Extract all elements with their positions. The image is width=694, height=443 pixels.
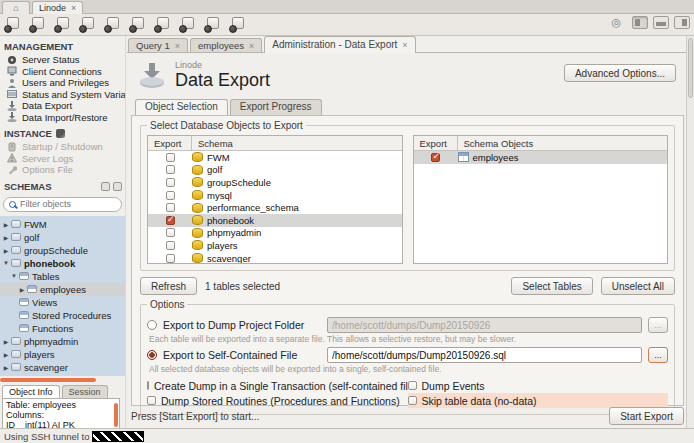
table-row[interactable]: phpmyadmin	[148, 227, 402, 240]
browse-folder-button[interactable]: ...	[648, 317, 668, 333]
export-checkbox[interactable]	[166, 178, 175, 187]
tree-item-fwm[interactable]: ▶FWM	[0, 218, 125, 231]
column-header-schema[interactable]: Schema	[192, 138, 233, 149]
tree-item-views[interactable]: Views	[0, 296, 125, 309]
add-function-icon[interactable]	[179, 17, 198, 33]
sidebar-item-data-import[interactable]: Data Import/Restore	[0, 112, 125, 124]
table-row[interactable]: mysql	[148, 189, 402, 202]
connect-database-icon[interactable]	[79, 17, 98, 33]
chevron-down-icon[interactable]: ▼	[10, 273, 18, 279]
chevron-right-icon[interactable]: ▶	[2, 234, 10, 241]
search-icon[interactable]	[204, 17, 223, 33]
refresh-button[interactable]: Refresh	[140, 277, 197, 295]
add-procedure-icon[interactable]	[154, 17, 173, 33]
sidebar-item-client-connections[interactable]: Client Connections	[0, 66, 125, 78]
horizontal-scrollbar[interactable]	[0, 378, 96, 382]
sidebar-item-startup-shutdown[interactable]: Startup / Shutdown	[0, 141, 125, 153]
sidebar-item-users-privileges[interactable]: Users and Privileges	[0, 77, 125, 89]
close-icon[interactable]: ×	[402, 40, 407, 50]
checkbox[interactable]	[408, 381, 417, 390]
export-checkbox-checked[interactable]	[431, 153, 440, 162]
advanced-options-button[interactable]: Advanced Options...	[564, 64, 676, 82]
export-checkbox[interactable]	[166, 203, 175, 212]
new-query-icon[interactable]	[4, 17, 23, 33]
chevron-right-icon[interactable]: ▶	[2, 221, 10, 228]
vertical-scrollbar[interactable]	[114, 403, 118, 427]
toggle-right-panel-icon[interactable]	[674, 16, 690, 29]
export-checkbox[interactable]	[166, 153, 175, 162]
tab-export-progress[interactable]: Export Progress	[230, 99, 322, 115]
tree-item-functions[interactable]: Functions	[0, 322, 125, 335]
add-table-icon[interactable]	[104, 17, 123, 33]
chevron-down-icon[interactable]: ▼	[2, 260, 10, 266]
column-header-schema-objects[interactable]: Schema Objects	[458, 138, 534, 149]
chevron-right-icon[interactable]: ▶	[2, 364, 10, 371]
tab-administration-data-export[interactable]: Administration - Data Export×	[264, 36, 415, 52]
add-view-icon[interactable]	[129, 17, 148, 33]
export-checkbox[interactable]	[166, 191, 175, 200]
table-row[interactable]: performance_schema	[148, 201, 402, 214]
table-row-selected[interactable]: employees	[414, 151, 668, 164]
create-schema-icon[interactable]	[54, 17, 73, 33]
open-script-icon[interactable]	[29, 17, 48, 33]
tree-item-stored-procedures[interactable]: Stored Procedures	[0, 309, 125, 322]
schema-filter[interactable]	[3, 197, 122, 212]
tab-query-1[interactable]: Query 1×	[128, 38, 188, 52]
main-vertical-scrollbar[interactable]	[686, 36, 694, 428]
toggle-left-panel-icon[interactable]	[632, 16, 648, 29]
chevron-right-icon[interactable]: ▶	[2, 351, 10, 358]
close-icon[interactable]: ×	[249, 41, 254, 51]
column-header-export[interactable]: Export	[414, 136, 458, 150]
settings-icon[interactable]: ◎	[611, 16, 621, 29]
column-header-export[interactable]: Export	[148, 136, 192, 150]
table-row[interactable]: FWM	[148, 151, 402, 164]
tree-item-golf[interactable]: ▶golf	[0, 231, 125, 244]
tab-session[interactable]: Session	[62, 385, 108, 398]
table-row[interactable]: golf	[148, 164, 402, 177]
export-checkbox[interactable]	[166, 254, 175, 263]
chevron-right-icon[interactable]: ▶	[2, 338, 10, 345]
sidebar-item-options-file[interactable]: Options File	[0, 164, 125, 176]
tree-item-scavenger[interactable]: ▶scavenger	[0, 361, 125, 374]
tab-object-info[interactable]: Object Info	[2, 385, 60, 398]
self-contained-file-radio[interactable]	[147, 350, 157, 360]
refresh-schemas-icon[interactable]	[113, 182, 122, 191]
chevron-right-icon[interactable]: ▶	[2, 247, 10, 254]
browse-file-button[interactable]: ...	[648, 347, 668, 363]
select-tables-button[interactable]: Select Tables	[511, 277, 592, 295]
sidebar-item-server-logs[interactable]: Server Logs	[0, 153, 125, 165]
expand-panel-icon[interactable]	[101, 182, 110, 191]
checkbox[interactable]	[147, 381, 149, 390]
dump-events-option[interactable]: Dump Events	[408, 378, 669, 393]
table-row-selected[interactable]: phonebook	[148, 214, 402, 227]
export-checkbox[interactable]	[166, 165, 175, 174]
toggle-bottom-panel-icon[interactable]	[653, 16, 669, 29]
sidebar-item-data-export[interactable]: Data Export	[0, 100, 125, 112]
export-checkbox[interactable]	[166, 228, 175, 237]
export-checkbox[interactable]	[166, 241, 175, 250]
home-tab[interactable]: ⌂	[2, 1, 30, 14]
tree-item-employees[interactable]: ▶employees	[0, 283, 125, 296]
tab-employees[interactable]: employees×	[190, 38, 262, 52]
tree-item-phonebook[interactable]: ▼phonebook	[0, 257, 125, 270]
single-transaction-option[interactable]: Create Dump in a Single Transaction (sel…	[147, 378, 408, 393]
tab-object-selection[interactable]: Object Selection	[135, 99, 228, 115]
chevron-right-icon[interactable]: ▶	[18, 286, 26, 293]
sidebar-item-status-variables[interactable]: Status and System Variables	[0, 89, 125, 101]
export-checkbox-checked[interactable]	[166, 216, 175, 225]
tree-item-groupschedule[interactable]: ▶groupSchedule	[0, 244, 125, 257]
tree-item-tables[interactable]: ▼Tables	[0, 270, 125, 283]
tree-item-players[interactable]: ▶players	[0, 348, 125, 361]
dump-project-folder-radio[interactable]	[147, 320, 157, 330]
self-contained-file-input[interactable]	[327, 347, 642, 363]
close-icon[interactable]: ×	[175, 41, 180, 51]
sidebar-item-server-status[interactable]: Server Status	[0, 54, 125, 66]
dump-project-folder-input[interactable]	[327, 317, 642, 333]
apply-icon[interactable]	[229, 17, 248, 33]
checkbox[interactable]	[147, 396, 156, 405]
unselect-all-button[interactable]: Unselect All	[601, 277, 675, 295]
start-export-button[interactable]: Start Export	[609, 407, 684, 425]
connection-tab[interactable]: Linode ×	[32, 1, 83, 14]
close-icon[interactable]: ×	[71, 3, 76, 13]
table-row[interactable]: groupSchedule	[148, 176, 402, 189]
